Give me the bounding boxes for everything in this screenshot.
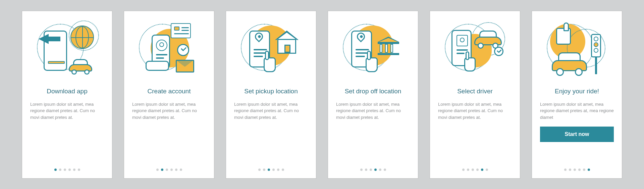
pager-dot-1[interactable] bbox=[462, 169, 465, 171]
screen-description: Lorem ipsum dolor sit amet, mea regione … bbox=[132, 101, 206, 121]
screen-title: Download app bbox=[47, 88, 87, 95]
pager-dot-4[interactable] bbox=[68, 169, 71, 171]
pager-dot-5[interactable] bbox=[73, 169, 75, 171]
screen-title: Set pickup location bbox=[244, 88, 298, 95]
pager-dot-1[interactable] bbox=[258, 169, 261, 171]
enjoy-ride-illustration bbox=[547, 20, 607, 81]
pager-dot-2[interactable] bbox=[365, 169, 367, 171]
pager-dot-3[interactable] bbox=[574, 169, 576, 171]
pager-dot-6[interactable] bbox=[384, 169, 386, 171]
page-indicator bbox=[430, 169, 520, 171]
screen-description: Lorem ipsum dolor sit amet, mea regione … bbox=[336, 101, 410, 121]
pager-dot-5[interactable] bbox=[175, 169, 177, 171]
screen-description: Lorem ipsum dolor sit amet, mea regione … bbox=[540, 101, 614, 121]
pager-dot-3[interactable] bbox=[166, 169, 168, 171]
page-indicator bbox=[532, 169, 622, 171]
screen-description: Lorem ipsum dolor sit amet, mea regione … bbox=[438, 101, 512, 121]
onboarding-screens-row: Download appLorem ipsum dolor sit amet, … bbox=[12, 1, 632, 189]
pager-dot-3[interactable] bbox=[64, 169, 66, 171]
pager-dot-6[interactable] bbox=[282, 169, 284, 171]
screen-title: Select driver bbox=[457, 88, 493, 95]
pager-dot-6[interactable] bbox=[588, 169, 590, 171]
pager-dot-4[interactable] bbox=[272, 169, 275, 171]
pickup-location-illustration bbox=[241, 20, 301, 81]
pager-dot-1[interactable] bbox=[360, 169, 363, 171]
page-indicator bbox=[226, 169, 316, 171]
pager-dot-1[interactable] bbox=[156, 169, 159, 171]
page-indicator bbox=[22, 169, 112, 171]
pager-dot-6[interactable] bbox=[78, 169, 80, 171]
pager-dot-4[interactable] bbox=[476, 169, 479, 171]
pager-dot-2[interactable] bbox=[161, 169, 163, 171]
pager-dot-6[interactable] bbox=[180, 169, 182, 171]
pager-dot-6[interactable] bbox=[486, 169, 488, 171]
pager-dot-5[interactable] bbox=[277, 169, 279, 171]
pager-dot-5[interactable] bbox=[481, 169, 483, 171]
pager-dot-4[interactable] bbox=[170, 169, 173, 171]
pager-dot-5[interactable] bbox=[583, 169, 585, 171]
screen-description: Lorem ipsum dolor sit amet, mea regione … bbox=[234, 101, 308, 121]
pager-dot-3[interactable] bbox=[472, 169, 474, 171]
pager-dot-1[interactable] bbox=[54, 169, 57, 171]
pager-dot-5[interactable] bbox=[379, 169, 381, 171]
pager-dot-4[interactable] bbox=[578, 169, 581, 171]
create-account-illustration bbox=[139, 20, 199, 81]
onboarding-screen-4: Set drop off locationLorem ipsum dolor s… bbox=[328, 11, 418, 179]
page-indicator bbox=[328, 169, 418, 171]
onboarding-screen-2: Create accountLorem ipsum dolor sit amet… bbox=[124, 11, 214, 179]
screen-title: Set drop off location bbox=[345, 88, 401, 95]
pager-dot-1[interactable] bbox=[564, 169, 567, 171]
pager-dot-2[interactable] bbox=[467, 169, 469, 171]
onboarding-screen-1: Download appLorem ipsum dolor sit amet, … bbox=[22, 11, 112, 179]
pager-dot-2[interactable] bbox=[59, 169, 61, 171]
dropoff-location-illustration bbox=[343, 20, 403, 81]
select-driver-illustration bbox=[445, 20, 505, 81]
onboarding-screen-3: Set pickup locationLorem ipsum dolor sit… bbox=[226, 11, 316, 179]
onboarding-screen-5: Select driverLorem ipsum dolor sit amet,… bbox=[430, 11, 520, 179]
screen-title: Create account bbox=[148, 88, 191, 95]
pager-dot-2[interactable] bbox=[263, 169, 265, 171]
start-now-button[interactable]: Start now bbox=[540, 127, 614, 142]
screen-description: Lorem ipsum dolor sit amet, mea regione … bbox=[30, 101, 104, 121]
pager-dot-3[interactable] bbox=[268, 169, 270, 171]
pager-dot-4[interactable] bbox=[374, 169, 377, 171]
pager-dot-2[interactable] bbox=[569, 169, 571, 171]
screen-title: Enjoy your ride! bbox=[555, 88, 599, 95]
pager-dot-3[interactable] bbox=[370, 169, 372, 171]
page-indicator bbox=[124, 169, 214, 171]
download-app-illustration bbox=[37, 20, 97, 81]
onboarding-screen-6: Enjoy your ride!Lorem ipsum dolor sit am… bbox=[532, 11, 622, 179]
